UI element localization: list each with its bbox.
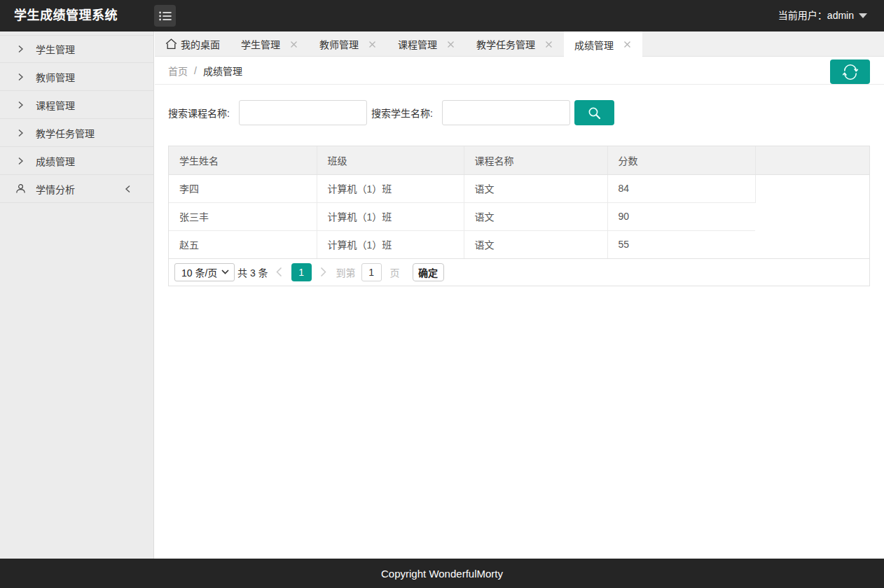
page-size-select[interactable]: 10 条/页 [174,263,235,281]
tab-label: 教学任务管理 [476,37,535,51]
search-student-input[interactable] [442,100,570,125]
current-user-menu[interactable]: 当前用户：admin [778,0,867,31]
cell-score: 84 [607,174,755,202]
close-icon[interactable] [446,39,455,49]
breadcrumb-separator: / [194,65,197,76]
user-icon [15,183,26,195]
chevron-right-icon [15,127,26,139]
content-panel: 搜索课程名称: 搜索学生名称: [155,85,884,286]
tab-label: 成绩管理 [574,38,614,52]
close-icon[interactable] [367,39,377,49]
tab-grade-management[interactable]: 成绩管理 [564,31,642,57]
sidebar-item-grade-management[interactable]: 成绩管理 [0,147,153,175]
refresh-icon [843,64,858,80]
chevron-left-icon [124,184,132,195]
breadcrumb-current: 成绩管理 [203,64,242,78]
main-area: 我的桌面 学生管理 教师管理 课程管理 教学任务管 [155,31,884,559]
close-icon[interactable] [622,40,632,50]
chevron-right-icon [15,99,26,111]
cell-course-name: 语文 [464,202,607,230]
search-course-input[interactable] [239,100,367,125]
tab-course-management[interactable]: 课程管理 [387,31,466,57]
tab-teacher-management[interactable]: 教师管理 [309,31,387,57]
cell-student-name: 赵五 [169,230,317,258]
cell-class: 计算机（1）班 [317,174,464,202]
prev-page-icon[interactable] [275,267,284,278]
goto-page-prefix: 到第 [336,265,356,279]
sidebar-item-label: 教师管理 [36,70,75,84]
column-header-score: 分数 [607,146,755,174]
select-caret-icon [221,270,229,274]
tab-student-management[interactable]: 学生管理 [230,31,309,57]
page: 学生成绩管理系统 当前用户：admin 学生管理 [0,0,884,588]
search-course-label: 搜索课程名称: [168,106,230,120]
close-icon[interactable] [289,39,298,49]
current-user-text: 当前用户：admin [778,0,854,31]
breadcrumb-home-link[interactable]: 首页 [168,64,188,78]
goto-page-input[interactable] [361,263,382,281]
chevron-right-icon [15,71,26,83]
tab-teaching-task-management[interactable]: 教学任务管理 [466,31,564,57]
footer: Copyright WonderfulMorty [0,559,884,588]
menu-list-icon [159,10,172,22]
goto-page-suffix: 页 [390,265,400,279]
tab-label: 我的桌面 [181,37,220,51]
sidebar-item-student-management[interactable]: 学生管理 [0,35,153,63]
chevron-right-icon [15,43,26,55]
column-header-class: 班级 [317,146,464,174]
cell-student-name: 张三丰 [169,202,317,230]
sidebar-item-label: 学情分析 [36,182,75,196]
sidebar-item-label: 成绩管理 [36,154,75,168]
grade-table: 学生姓名 班级 课程名称 分数 李四 计算机（1）班 语文 84 [169,146,869,259]
copyright-text: Copyright WonderfulMorty [381,568,503,580]
app-title: 学生成绩管理系统 [14,0,118,31]
sidebar-toggle-button[interactable] [154,5,176,27]
search-icon [588,106,601,120]
tab-label: 课程管理 [398,37,437,51]
next-page-icon[interactable] [319,267,328,278]
sidebar-item-teacher-management[interactable]: 教师管理 [0,63,153,91]
confirm-button[interactable]: 确定 [413,263,444,281]
sidebar-item-label: 教学任务管理 [36,126,95,140]
sidebar-item-label: 课程管理 [36,98,75,112]
home-icon [165,38,177,50]
pagination-bar: 10 条/页 共 3 条 1 到第 页 [169,259,869,286]
tab-label: 学生管理 [241,37,280,51]
cell-course-name: 语文 [464,174,607,202]
column-header-student-name: 学生姓名 [169,146,317,174]
search-row: 搜索课程名称: 搜索学生名称: [168,100,871,125]
cell-score: 90 [607,202,755,230]
search-button[interactable] [574,100,614,125]
table-row[interactable]: 李四 计算机（1）班 语文 84 [169,174,869,202]
tab-label: 教师管理 [319,37,359,51]
caret-down-icon [859,13,867,18]
refresh-button[interactable] [830,59,870,84]
sidebar-item-label: 学生管理 [36,42,75,56]
cell-empty [755,174,869,258]
breadcrumb: 首页 / 成绩管理 [168,57,242,84]
page-number-button[interactable]: 1 [291,263,312,281]
sidebar-item-course-management[interactable]: 课程管理 [0,91,153,119]
tab-my-desktop[interactable]: 我的桌面 [155,31,230,57]
close-icon[interactable] [544,39,553,49]
cell-score: 55 [607,230,755,258]
chevron-right-icon [15,155,26,167]
cell-student-name: 李四 [169,174,317,202]
grade-table-container: 学生姓名 班级 课程名称 分数 李四 计算机（1）班 语文 84 [168,146,870,286]
cell-class: 计算机（1）班 [317,230,464,258]
column-header-course-name: 课程名称 [464,146,607,174]
topbar: 学生成绩管理系统 当前用户：admin [0,0,884,31]
sidebar: 学生管理 教师管理 课程管理 教学任务管理 成绩管理 [0,31,154,559]
page-size-value: 10 条/页 [181,265,217,279]
column-header-empty [755,146,869,174]
table-header-row: 学生姓名 班级 课程名称 分数 [169,146,869,174]
sidebar-item-learning-analysis[interactable]: 学情分析 [0,175,153,203]
cell-class: 计算机（1）班 [317,202,464,230]
cell-course-name: 语文 [464,230,607,258]
tab-bar: 我的桌面 学生管理 教师管理 课程管理 教学任务管 [155,31,884,57]
search-student-label: 搜索学生名称: [371,106,433,120]
total-count: 共 3 条 [237,265,268,279]
sidebar-item-teaching-task-management[interactable]: 教学任务管理 [0,119,153,147]
breadcrumb-bar: 首页 / 成绩管理 [155,57,884,85]
